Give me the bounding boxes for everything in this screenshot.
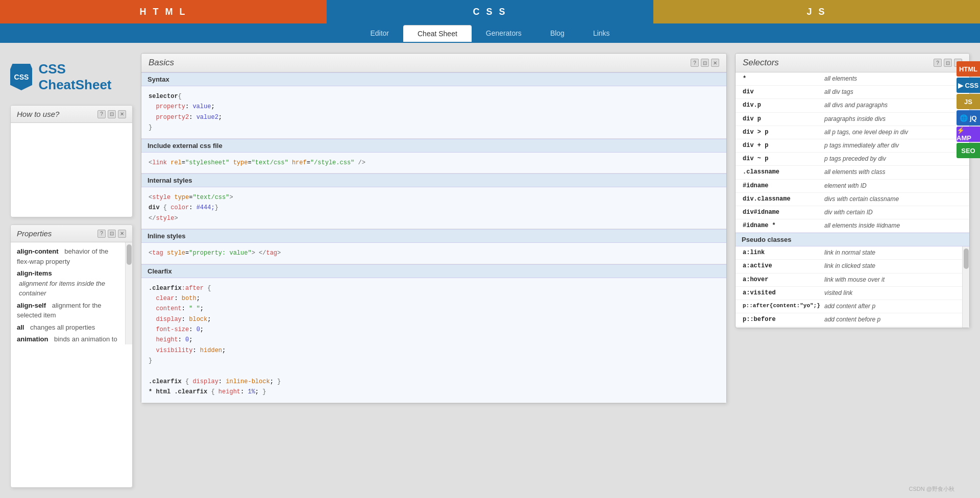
how-to-use-help-btn[interactable]: ? xyxy=(97,110,106,118)
css-nav-label: C S S xyxy=(473,7,507,17)
list-item: align-items alignment for items inside t… xyxy=(17,268,119,298)
badge-seo[interactable]: SEO xyxy=(957,143,980,158)
how-to-use-expand-btn[interactable]: ⊡ xyxy=(108,110,116,118)
list-item: all changes all properties xyxy=(17,322,119,333)
basics-header: Basics ? ⊡ ✕ xyxy=(141,54,726,72)
properties-title: Properties xyxy=(17,229,52,238)
external-css-label: Include external css file xyxy=(141,139,726,153)
clearfix-code: .clearfix:after { clear: both; content: … xyxy=(141,278,726,403)
pseudo-scrollbar[interactable] xyxy=(962,246,969,328)
list-item: div#idname div with certain ID xyxy=(736,206,969,219)
list-item: div ~ p p tags preceded by div xyxy=(736,153,969,166)
list-item: div p paragraphs inside divs xyxy=(736,113,969,126)
internal-styles-code: <style type="text/css"> div { color: #44… xyxy=(141,187,726,229)
how-to-use-panel: How to use? ? ⊡ ✕ xyxy=(10,105,133,217)
basics-close-btn[interactable]: ✕ xyxy=(711,59,719,67)
list-item: div all div tags xyxy=(736,86,969,99)
selectors-container: Selectors ? ⊡ ✕ * all elements div all d… xyxy=(735,53,970,328)
list-item: a:active link in clicked state xyxy=(736,260,962,273)
logo-icon: CSS xyxy=(10,64,32,90)
list-item: #idname * all elements inside #idname xyxy=(736,219,969,233)
properties-expand-btn[interactable]: ⊡ xyxy=(108,230,116,238)
properties-close-btn[interactable]: ✕ xyxy=(118,230,126,238)
list-item: a:hover link with mouse over it xyxy=(736,273,962,287)
pseudo-classes-list: a:link link in normal state a:active lin… xyxy=(736,246,962,328)
properties-scrollbar[interactable] xyxy=(125,242,132,344)
main-content: CSS CSS CheatSheet How to use? ? ⊡ ✕ Pro… xyxy=(0,43,980,498)
logo-title: CSS CheatSheet xyxy=(38,61,133,93)
how-to-use-header: How to use? ? ⊡ ✕ xyxy=(11,106,132,123)
list-item: a:visited visited link xyxy=(736,287,962,300)
basics-container: Basics ? ⊡ ✕ Syntax selector{ property: … xyxy=(141,53,727,404)
badge-js[interactable]: JS xyxy=(957,94,980,109)
svg-text:CSS: CSS xyxy=(14,73,29,81)
list-item: * all elements xyxy=(736,72,969,86)
js-nav-section[interactable]: J S xyxy=(653,0,980,23)
list-item: align-self alignment for the selected it… xyxy=(17,301,119,320)
badge-jq[interactable]: 🌐 jQ xyxy=(957,110,980,126)
left-sidebar: CSS CSS CheatSheet How to use? ? ⊡ ✕ Pro… xyxy=(10,53,133,488)
list-item: input:checked checked inputs xyxy=(736,327,962,328)
properties-header: Properties ? ⊡ ✕ xyxy=(11,225,132,242)
inline-styles-label: Inline styles xyxy=(141,229,726,243)
top-nav: H T M L C S S J S xyxy=(0,0,980,23)
list-item: .classname all elements with class xyxy=(736,166,969,179)
list-item: a:link link in normal state xyxy=(736,246,962,260)
basics-title: Basics xyxy=(149,58,174,68)
css-nav-section[interactable]: C S S xyxy=(327,0,653,23)
properties-help-btn[interactable]: ? xyxy=(97,230,106,238)
list-item: div > p all p tags, one level deep in di… xyxy=(736,126,969,139)
html-nav-label: H T M L xyxy=(140,7,187,17)
nav-generators[interactable]: Generators xyxy=(472,25,536,41)
selectors-expand-btn[interactable]: ⊡ xyxy=(944,59,952,67)
properties-scroll-thumb xyxy=(127,244,132,265)
how-to-use-body xyxy=(11,123,132,215)
nav-editor[interactable]: Editor xyxy=(356,25,403,41)
badge-css[interactable]: ▶ CSS xyxy=(957,78,980,93)
list-item: div + p p tags immediately after div xyxy=(736,139,969,153)
properties-controls: ? ⊡ ✕ xyxy=(97,230,126,238)
right-badges: HTML ▶ CSS JS 🌐 jQ ⚡ AMP SEO xyxy=(957,61,980,158)
secondary-nav: Editor Cheat Sheet Generators Blog Links xyxy=(0,23,980,43)
list-item: animation binds an animation to an eleme… xyxy=(17,334,119,344)
basics-help-btn[interactable]: ? xyxy=(691,59,699,67)
watermark: CSDN @野食小秋 xyxy=(909,485,954,493)
selectors-help-btn[interactable]: ? xyxy=(934,59,942,67)
how-to-use-title: How to use? xyxy=(17,110,59,118)
how-to-use-close-btn[interactable]: ✕ xyxy=(118,110,126,118)
how-to-use-controls: ? ⊡ ✕ xyxy=(97,110,126,118)
list-item: align-content behavior of the flex-wrap … xyxy=(17,246,119,266)
syntax-code: selector{ property: value; property2: va… xyxy=(141,86,726,139)
external-css-code: <link rel="stylesheet" type="text/css" h… xyxy=(141,153,726,173)
selectors-panel: Selectors ? ⊡ ✕ * all elements div all d… xyxy=(735,53,970,488)
logo-area: CSS CSS CheatSheet xyxy=(10,53,133,98)
inline-styles-code: <tag style="property: value"> </tag> xyxy=(141,243,726,264)
badge-amp[interactable]: ⚡ AMP xyxy=(957,127,980,142)
basics-expand-btn[interactable]: ⊡ xyxy=(701,59,709,67)
properties-scroll-area: align-content behavior of the flex-wrap … xyxy=(11,242,132,344)
properties-list: align-content behavior of the flex-wrap … xyxy=(11,242,125,344)
selectors-title: Selectors xyxy=(743,58,779,68)
nav-cheatsheet[interactable]: Cheat Sheet xyxy=(403,25,472,42)
list-item: #idname element with ID xyxy=(736,180,969,193)
list-item: div.classname divs with certain classnam… xyxy=(736,193,969,206)
pseudo-scroll-thumb xyxy=(964,248,969,269)
html-nav-section[interactable]: H T M L xyxy=(0,0,327,23)
pseudo-classes-label: Pseudo classes xyxy=(736,233,969,246)
list-item: p::after{content:"yo";} add content afte… xyxy=(736,300,962,313)
nav-links[interactable]: Links xyxy=(579,25,624,41)
badge-html[interactable]: HTML xyxy=(957,61,980,77)
clearfix-label: Clearfix xyxy=(141,264,726,278)
syntax-label: Syntax xyxy=(141,72,726,86)
list-item: div.p all divs and paragraphs xyxy=(736,99,969,112)
selectors-body: * all elements div all div tags div.p al… xyxy=(736,72,969,328)
nav-blog[interactable]: Blog xyxy=(536,25,579,41)
basics-panel: Basics ? ⊡ ✕ Syntax selector{ property: … xyxy=(141,53,727,488)
internal-styles-label: Internal styles xyxy=(141,173,726,187)
list-item: p::before add content before p xyxy=(736,313,962,327)
js-nav-label: J S xyxy=(806,7,826,17)
basics-controls: ? ⊡ ✕ xyxy=(691,59,719,67)
selectors-header: Selectors ? ⊡ ✕ xyxy=(736,54,969,72)
properties-panel: Properties ? ⊡ ✕ align-content behavior … xyxy=(10,225,133,488)
